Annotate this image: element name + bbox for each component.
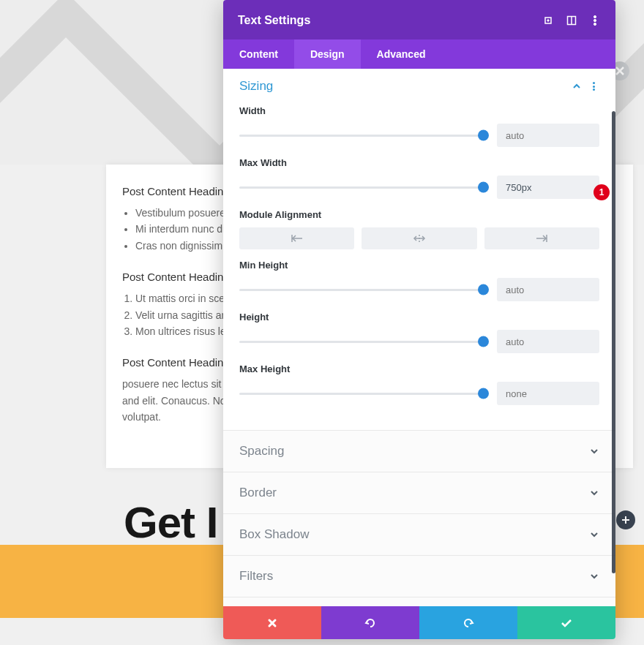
field-max-width: Max Width 750px [239, 157, 599, 199]
height-label: Height [239, 312, 599, 322]
tab-advanced[interactable]: Advanced [361, 39, 442, 69]
slider-thumb[interactable] [478, 182, 489, 193]
section-kebab-icon[interactable] [589, 81, 599, 91]
field-max-height: Max Height none [239, 363, 599, 405]
redo-button[interactable] [419, 606, 517, 639]
module-alignment-label: Module Alignment [239, 209, 599, 220]
align-left-button[interactable] [239, 227, 354, 249]
kebab-icon[interactable] [589, 15, 601, 26]
cancel-button[interactable] [223, 606, 321, 639]
section-box-shadow[interactable]: Box Shadow [223, 513, 615, 555]
field-height: Height auto [239, 312, 599, 353]
section-filters[interactable]: Filters [223, 555, 615, 597]
height-slider[interactable] [239, 334, 484, 349]
cta-heading: Get I [124, 497, 217, 548]
width-label: Width [239, 105, 599, 116]
svg-point-8 [594, 15, 596, 18]
svg-point-9 [594, 19, 596, 21]
max-width-slider[interactable] [239, 180, 484, 195]
add-icon[interactable] [616, 510, 635, 529]
slider-thumb[interactable] [478, 388, 489, 399]
section-title: Spacing [239, 444, 284, 459]
min-height-label: Min Height [239, 260, 599, 271]
width-slider[interactable] [239, 128, 484, 143]
field-width: Width auto [239, 105, 599, 147]
tab-content[interactable]: Content [223, 39, 294, 69]
chevron-up-icon [572, 81, 582, 91]
section-border[interactable]: Border [223, 472, 615, 513]
section-transform[interactable]: Transform [223, 597, 615, 606]
slider-thumb[interactable] [478, 336, 489, 347]
step-badge: 1 [594, 184, 610, 200]
text-settings-modal: Text Settings Content Design Advanced Si… [223, 0, 615, 639]
section-title: Box Shadow [239, 527, 309, 542]
width-input[interactable]: auto [497, 124, 599, 147]
height-input[interactable]: auto [497, 330, 599, 353]
expand-icon[interactable] [542, 15, 554, 26]
svg-point-5 [547, 20, 549, 21]
columns-icon[interactable] [566, 15, 577, 26]
chevron-down-icon [589, 446, 599, 456]
chevron-down-icon [589, 571, 599, 581]
modal-body: Sizing Width auto Max Width [223, 69, 615, 606]
modal-tabs: Content Design Advanced [223, 39, 615, 69]
section-spacing[interactable]: Spacing [223, 430, 615, 472]
max-height-label: Max Height [239, 363, 599, 374]
svg-point-10 [594, 23, 596, 25]
modal-title: Text Settings [238, 14, 531, 27]
slider-thumb[interactable] [478, 284, 489, 295]
section-header-sizing[interactable]: Sizing [239, 79, 599, 94]
undo-button[interactable] [321, 606, 419, 639]
min-height-input[interactable]: auto [497, 278, 599, 301]
chevron-down-icon [589, 488, 599, 498]
slider-thumb[interactable] [478, 130, 489, 141]
max-height-slider[interactable] [239, 386, 484, 401]
max-height-input[interactable]: none [497, 382, 599, 405]
align-right-button[interactable] [484, 227, 599, 249]
max-width-label: Max Width [239, 157, 599, 168]
section-sizing: Sizing Width auto Max Width [223, 69, 615, 430]
tab-design[interactable]: Design [294, 39, 361, 69]
confirm-button[interactable] [517, 606, 615, 639]
modal-footer [223, 606, 615, 639]
section-title: Sizing [239, 79, 273, 94]
scrollbar[interactable] [612, 111, 615, 573]
modal-header: Text Settings [223, 0, 615, 39]
max-width-input[interactable]: 750px [497, 176, 599, 199]
field-min-height: Min Height auto [239, 260, 599, 301]
chevron-down-icon [589, 529, 599, 540]
min-height-slider[interactable] [239, 282, 484, 297]
section-title: Border [239, 486, 277, 500]
field-module-alignment: Module Alignment [239, 209, 599, 249]
section-title: Filters [239, 569, 273, 584]
align-center-button[interactable] [362, 227, 476, 249]
